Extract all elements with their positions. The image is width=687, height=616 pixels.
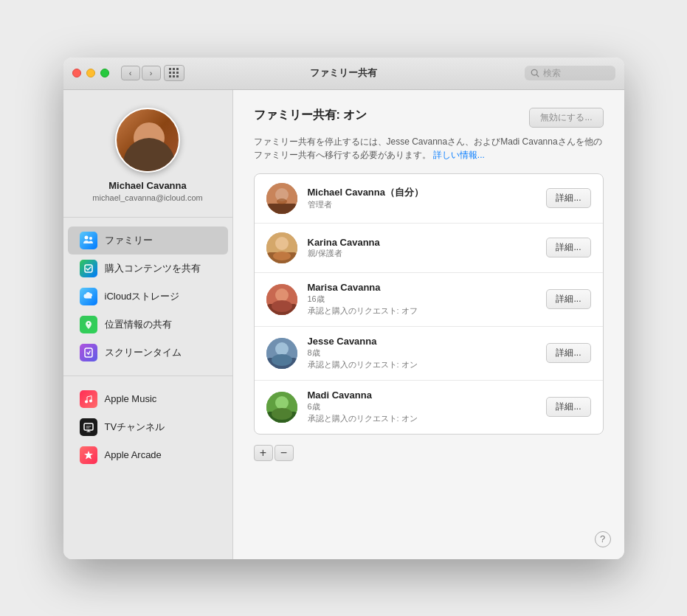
member-role: 親/保護者 — [308, 248, 536, 259]
member-avatar-michael — [266, 183, 297, 214]
member-avatar-madi — [266, 392, 297, 423]
members-list: Michael Cavanna（自分） 管理者 詳細... — [254, 173, 604, 435]
member-row: Marisa Cavanna 16歳 承認と購入のリクエスト: オフ 詳細... — [255, 273, 603, 327]
arcade-icon — [80, 446, 97, 464]
main-window: ‹ › ファミリー共有 — [63, 58, 624, 559]
member-info-michael: Michael Cavanna（自分） 管理者 — [308, 186, 536, 210]
add-remove-buttons: + − — [254, 445, 604, 461]
titlebar: ‹ › ファミリー共有 — [63, 58, 624, 90]
details-button-michael[interactable]: 詳細... — [546, 188, 590, 208]
member-row: Madi Cavanna 6歳 承認と購入のリクエスト: オン 詳細... — [255, 381, 603, 434]
member-avatar-karina — [266, 232, 297, 263]
family-sharing-header: ファミリー共有: オン 無効にする... — [254, 108, 604, 128]
details-button-jesse[interactable]: 詳細... — [546, 343, 590, 363]
member-info-madi: Madi Cavanna 6歳 承認と購入のリクエスト: オン — [308, 390, 536, 425]
sidebar-services: Apple Music TVチャンネル — [63, 376, 232, 478]
sidebar-item-label-icloud: iCloudストレージ — [105, 290, 180, 303]
search-box[interactable] — [525, 66, 615, 80]
grid-button[interactable] — [164, 65, 184, 81]
remove-member-button[interactable]: − — [275, 445, 294, 461]
main-content: ファミリー共有: オン 無効にする... ファミリー共有を停止するには、Jess… — [233, 90, 624, 559]
svg-point-26 — [272, 354, 292, 366]
member-avatar-marisa — [266, 284, 297, 315]
description-text: ファミリー共有を停止するには、Jesse Cavannaさん、およびMadi C… — [254, 136, 602, 160]
sidebar-item-arcade[interactable]: Apple Arcade — [68, 441, 228, 469]
svg-rect-7 — [85, 348, 92, 357]
family-sharing-desc: ファミリー共有を停止するには、Jesse Cavannaさん、およびMadi C… — [254, 135, 604, 162]
member-info-karina: Karina Cavanna 親/保護者 — [308, 237, 536, 259]
sidebar-item-label-screentime: スクリーンタイム — [105, 346, 182, 359]
tv-icon — [80, 418, 97, 436]
window-title: ファミリー共有 — [310, 66, 377, 80]
sidebar-item-location[interactable]: 位置情報の共有 — [68, 311, 228, 339]
svg-point-8 — [85, 400, 88, 403]
member-name: Jesse Cavanna — [308, 336, 536, 347]
disable-button[interactable]: 無効にする... — [529, 108, 603, 128]
sidebar-item-music[interactable]: Apple Music — [68, 385, 228, 413]
member-name: Karina Cavanna — [308, 237, 536, 248]
sidebar-nav: ファミリー 購入コンテンツを共有 — [63, 218, 232, 376]
svg-point-24 — [275, 342, 289, 356]
search-input[interactable] — [543, 68, 610, 78]
family-icon — [80, 232, 97, 249]
sidebar-item-screentime[interactable]: スクリーンタイム — [68, 339, 228, 367]
svg-point-9 — [89, 399, 92, 402]
back-button[interactable]: ‹ — [121, 66, 140, 80]
svg-line-1 — [536, 75, 539, 77]
svg-point-16 — [275, 237, 289, 250]
svg-point-14 — [277, 198, 287, 204]
member-info-marisa: Marisa Cavanna 16歳 承認と購入のリクエスト: オフ — [308, 282, 536, 317]
member-role: 6歳 承認と購入のリクエスト: オン — [308, 401, 536, 425]
location-icon — [80, 316, 97, 333]
sidebar-item-label-tv: TVチャンネル — [105, 421, 165, 434]
minimize-button[interactable] — [86, 69, 95, 77]
details-button-marisa[interactable]: 詳細... — [546, 289, 590, 309]
member-role: 管理者 — [308, 199, 536, 210]
svg-point-3 — [89, 237, 92, 240]
purchase-icon — [80, 260, 97, 277]
profile-section: Michael Cavanna michael_cavanna@icloud.c… — [63, 90, 232, 218]
member-role: 16歳 承認と購入のリクエスト: オフ — [308, 293, 536, 317]
svg-point-30 — [272, 408, 292, 420]
sidebar-item-icloud[interactable]: iCloudストレージ — [68, 283, 228, 311]
sidebar-item-label-location: 位置情報の共有 — [105, 318, 172, 331]
forward-button[interactable]: › — [142, 66, 161, 80]
family-sharing-title: ファミリー共有: オン — [254, 108, 367, 123]
close-button[interactable] — [72, 69, 81, 77]
learn-more-link[interactable]: 詳しい情報... — [433, 150, 485, 160]
svg-point-2 — [84, 235, 88, 239]
member-name: Marisa Cavanna — [308, 282, 536, 293]
sidebar-item-label-family: ファミリー — [105, 234, 153, 247]
svg-point-22 — [272, 300, 292, 312]
avatar — [115, 108, 180, 173]
nav-buttons: ‹ › — [121, 66, 161, 80]
content-area: Michael Cavanna michael_cavanna@icloud.c… — [63, 90, 624, 559]
svg-point-6 — [87, 322, 89, 324]
search-icon — [531, 69, 539, 77]
sidebar-item-label-purchase: 購入コンテンツを共有 — [105, 262, 201, 275]
screentime-icon — [80, 344, 97, 361]
details-button-karina[interactable]: 詳細... — [546, 238, 590, 257]
member-role: 8歳 承認と購入のリクエスト: オン — [308, 347, 536, 371]
music-icon — [80, 390, 97, 408]
profile-email: michael_cavanna@icloud.com — [92, 193, 202, 202]
details-button-madi[interactable]: 詳細... — [546, 397, 590, 417]
sidebar-item-family[interactable]: ファミリー — [68, 226, 228, 255]
svg-point-28 — [275, 396, 289, 409]
member-name: Michael Cavanna（自分） — [308, 186, 536, 199]
grid-icon — [169, 68, 179, 78]
member-row: Michael Cavanna（自分） 管理者 詳細... — [255, 174, 603, 224]
member-row: Karina Cavanna 親/保護者 詳細... — [255, 224, 603, 273]
sidebar-item-tv[interactable]: TVチャンネル — [68, 413, 228, 441]
profile-name: Michael Cavanna — [108, 180, 187, 191]
add-member-button[interactable]: + — [254, 445, 273, 461]
sidebar-item-purchase[interactable]: 購入コンテンツを共有 — [68, 255, 228, 283]
sidebar-item-label-arcade: Apple Arcade — [105, 449, 162, 460]
sidebar-item-label-music: Apple Music — [105, 393, 157, 404]
member-info-jesse: Jesse Cavanna 8歳 承認と購入のリクエスト: オン — [308, 336, 536, 371]
help-button[interactable]: ? — [595, 531, 611, 547]
member-avatar-jesse — [266, 338, 297, 369]
traffic-lights — [72, 69, 109, 77]
maximize-button[interactable] — [100, 69, 109, 77]
member-name: Madi Cavanna — [308, 390, 536, 401]
